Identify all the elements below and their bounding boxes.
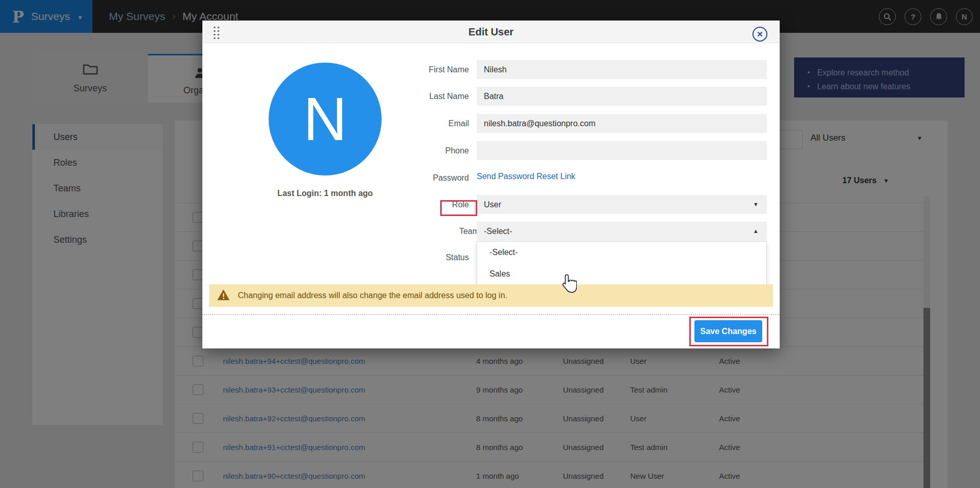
team-option-select[interactable]: -Select- [477, 242, 766, 263]
phone-label: Phone [376, 141, 469, 160]
modal-header: Edit User ✕ [202, 21, 780, 43]
warning-text: Changing email address will also change … [238, 291, 507, 300]
team-dropdown-panel: -Select- Sales [477, 241, 767, 290]
role-value: User [484, 200, 501, 209]
phone-field[interactable] [477, 141, 767, 160]
caret-down-icon: ▼ [753, 195, 759, 214]
modal-title: Edit User [202, 21, 780, 43]
team-label-highlight [440, 200, 477, 216]
team-option-sales[interactable]: Sales [477, 263, 766, 285]
close-icon[interactable]: ✕ [752, 27, 767, 42]
email-field[interactable] [477, 114, 767, 133]
warning-triangle-icon [217, 289, 230, 303]
email-label: Email [376, 114, 469, 133]
footer-divider [202, 314, 780, 315]
team-value: -Select- [484, 227, 512, 236]
team-label: Team [387, 222, 479, 241]
save-changes-button[interactable]: Save Changes [694, 320, 762, 342]
last-name-label: Last Name [376, 87, 469, 106]
role-select[interactable]: User ▼ [477, 195, 767, 214]
mouse-cursor-hand-icon [561, 274, 577, 297]
first-name-label: First Name [376, 60, 469, 79]
user-avatar-large: N [269, 63, 382, 175]
password-label: Password [376, 168, 469, 187]
send-password-reset-link[interactable]: Send Password Reset Link [477, 172, 575, 181]
status-label: Status [376, 248, 469, 267]
email-change-warning: Changing email address will also change … [209, 284, 773, 307]
first-name-field[interactable] [477, 60, 767, 79]
app-root: P Surveys ▼ My Surveys › My Account ? N … [0, 0, 980, 488]
caret-up-icon: ▲ [753, 222, 759, 241]
team-select[interactable]: -Select- ▲ [477, 222, 767, 241]
edit-user-modal: Edit User ✕ N Last Login: 1 month ago Fi… [202, 21, 780, 348]
last-name-field[interactable] [477, 87, 767, 106]
